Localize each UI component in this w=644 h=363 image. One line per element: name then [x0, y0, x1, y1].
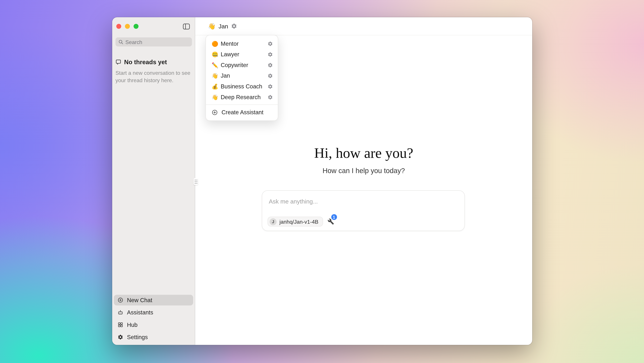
sidebar-toggle-icon [183, 23, 190, 30]
assistant-item-label: Business Coach [221, 83, 268, 90]
search-box[interactable] [116, 38, 192, 47]
assistant-item-gear-icon[interactable] [268, 84, 273, 89]
minimize-window-button[interactable] [125, 24, 130, 29]
sidebar-item-label: Assistants [127, 309, 153, 316]
assistant-item-emoji: 👋 [212, 94, 221, 100]
assistant-item-gear-icon[interactable] [268, 94, 273, 100]
tools-button[interactable]: 1 [328, 218, 334, 225]
assistant-item-label: Deep Research [221, 94, 268, 100]
sidebar-top-row [112, 17, 195, 36]
assistant-item-emoji: ✏️ [212, 62, 221, 68]
close-window-button[interactable] [116, 24, 121, 29]
assistant-selector-button[interactable]: 👋 Jan [208, 22, 237, 30]
prompt-input[interactable] [262, 191, 464, 205]
search-icon [118, 40, 123, 44]
search-input[interactable] [125, 39, 189, 45]
assistant-item-gear-icon[interactable] [268, 41, 273, 46]
model-name: janhq/Jan-v1-4B [280, 218, 318, 225]
empty-state-description: Start a new conversation to see your thr… [116, 69, 192, 84]
sidebar-item-label: Hub [127, 321, 138, 328]
assistant-menu-item-jan[interactable]: 👋 Jan [206, 70, 278, 81]
assistant-menu-item-deep-research[interactable]: 👋 Deep Research [206, 92, 278, 103]
threads-empty-state: No threads yet Start a new conversation … [116, 58, 192, 84]
create-assistant-button[interactable]: Create Assistant [206, 107, 278, 118]
assistant-item-gear-icon[interactable] [268, 62, 273, 68]
greeting-subtitle: How can I help you today? [195, 167, 532, 175]
create-assistant-label: Create Assistant [222, 109, 264, 115]
assistant-item-label: Mentor [221, 40, 268, 47]
assistant-item-label: Jan [221, 73, 268, 79]
model-selector-chip[interactable]: J janhq/Jan-v1-4B [268, 217, 323, 227]
titlebar: 👋 Jan [195, 17, 532, 36]
model-avatar: J [270, 218, 277, 225]
sidebar-toggle-button[interactable] [183, 23, 190, 30]
greeting-title: Hi, how are you? [195, 145, 532, 162]
assistant-menu-item-lawyer[interactable]: 🤐 Lawyer [206, 49, 278, 60]
panel-resize-handle[interactable] [194, 178, 198, 185]
sidebar-item-label: Settings [127, 334, 148, 340]
robot-icon [118, 309, 123, 315]
assistant-item-gear-icon[interactable] [268, 52, 273, 57]
assistant-settings-icon[interactable] [231, 23, 237, 29]
assistant-name: Jan [218, 23, 228, 30]
sidebar-item-hub[interactable]: Hub [114, 319, 193, 330]
assistant-item-label: Lawyer [221, 51, 268, 58]
sidebar-nav: New Chat Assistants [114, 295, 193, 342]
app-window: No threads yet Start a new conversation … [112, 17, 532, 345]
sidebar-item-assistants[interactable]: Assistants [114, 307, 193, 318]
sidebar-item-settings[interactable]: Settings [114, 332, 193, 342]
sidebar-item-new-chat[interactable]: New Chat [114, 295, 193, 305]
composer-card: J janhq/Jan-v1-4B 1 [262, 190, 465, 231]
assistant-item-emoji: 🟠 [212, 41, 221, 47]
new-chat-icon [118, 297, 123, 303]
assistant-item-label: Copywriter [221, 62, 268, 68]
composer-toolbar: J janhq/Jan-v1-4B 1 [268, 217, 459, 227]
main-panel: 👋 Jan 🟠 Mentor 🤐 Lawyer ✏️ [195, 17, 532, 345]
hero: Hi, how are you? How can I help you toda… [195, 145, 532, 175]
assistant-item-emoji: 👋 [212, 73, 221, 79]
assistant-item-emoji: 🤐 [212, 51, 221, 58]
plus-circle-icon [212, 109, 218, 115]
desktop: No threads yet Start a new conversation … [0, 0, 644, 363]
traffic-lights [116, 24, 138, 29]
chat-bubble-icon [116, 59, 121, 65]
assistant-menu: 🟠 Mentor 🤐 Lawyer ✏️ Copywriter 👋 Jan [206, 35, 278, 121]
sidebar-item-label: New Chat [127, 297, 152, 303]
sidebar: No threads yet Start a new conversation … [112, 17, 195, 345]
assistant-item-emoji: 💰 [212, 83, 221, 89]
empty-state-title: No threads yet [124, 58, 167, 65]
menu-divider [206, 104, 278, 105]
assistant-menu-item-mentor[interactable]: 🟠 Mentor [206, 38, 278, 49]
assistant-emoji: 👋 [208, 22, 216, 30]
assistant-menu-item-business-coach[interactable]: 💰 Business Coach [206, 81, 278, 92]
assistant-item-gear-icon[interactable] [268, 73, 273, 78]
assistant-menu-item-copywriter[interactable]: ✏️ Copywriter [206, 60, 278, 70]
zoom-window-button[interactable] [134, 24, 138, 29]
settings-gear-icon [118, 334, 123, 340]
hub-grid-icon [118, 322, 123, 327]
tools-count-badge: 1 [331, 214, 337, 220]
